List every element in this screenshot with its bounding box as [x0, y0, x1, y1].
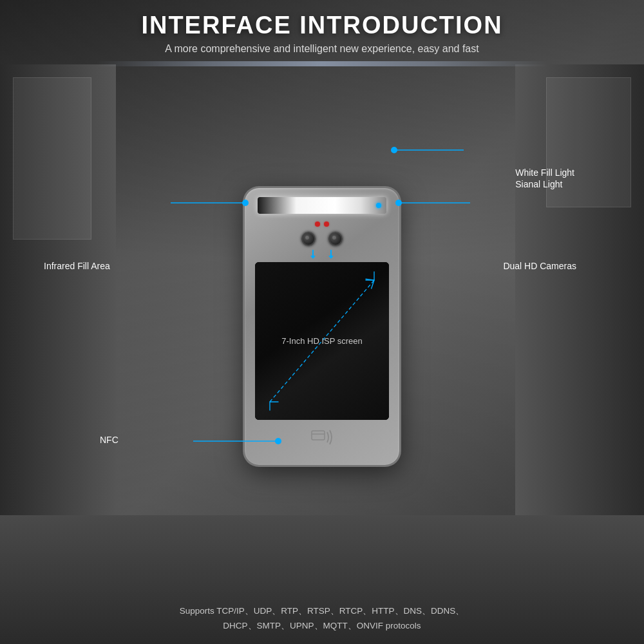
camera-right — [328, 232, 343, 246]
camera-indicators — [312, 250, 332, 256]
nfc-icon — [307, 426, 337, 452]
protocols-line2: DHCP、SMTP、UPNP、MQTT、ONVIF protocols — [180, 619, 465, 634]
signal-light-dot — [376, 203, 381, 208]
svg-point-1 — [391, 147, 397, 153]
fill-light-bar — [258, 197, 386, 214]
device-area: 7-Inch HD ISP screen — [0, 55, 644, 598]
cameras — [301, 232, 343, 246]
ir-dots — [315, 222, 329, 227]
camera-left — [301, 232, 316, 246]
title-section: INTERFACE INTRODUCTION A more comprehens… — [141, 0, 502, 55]
nfc-area — [303, 424, 341, 453]
cam-indicator-right — [330, 250, 332, 256]
nfc-label: NFC — [100, 435, 118, 445]
white-fill-light-label: White Fill Light — [515, 167, 574, 178]
signal-light-label: Sianal Light — [515, 179, 574, 189]
dual-hd-cameras-label: Dual HD Cameras — [503, 261, 576, 271]
annotation-nfc: NFC — [100, 435, 118, 445]
ir-dot-2 — [324, 222, 329, 227]
camera-area — [290, 222, 354, 254]
annotation-dual-cameras: Dual HD Cameras — [503, 261, 576, 271]
infrared-fill-area-label: Infrared Fill Area — [44, 261, 110, 271]
device-screen: 7-Inch HD ISP screen — [255, 262, 389, 420]
subtitle: A more comprehensive and intelligent new… — [141, 43, 502, 55]
cam-indicator-left — [312, 250, 314, 256]
annotation-infrared: Infrared Fill Area — [44, 261, 110, 271]
protocols-line1: Supports TCP/IP、UDP、RTP、RTSP、RTCP、HTTP、D… — [180, 604, 465, 619]
main-title: INTERFACE INTRODUCTION — [141, 12, 502, 39]
device: 7-Inch HD ISP screen — [245, 188, 399, 465]
screen-label: 7-Inch HD ISP screen — [281, 336, 362, 346]
ir-dot-1 — [315, 222, 320, 227]
annotation-white-fill-light: White Fill Light Sianal Light — [515, 167, 574, 189]
main-content: INTERFACE INTRODUCTION A more comprehens… — [0, 0, 644, 644]
svg-rect-9 — [312, 431, 325, 440]
protocols-section: Supports TCP/IP、UDP、RTP、RTSP、RTCP、HTTP、D… — [167, 598, 478, 644]
